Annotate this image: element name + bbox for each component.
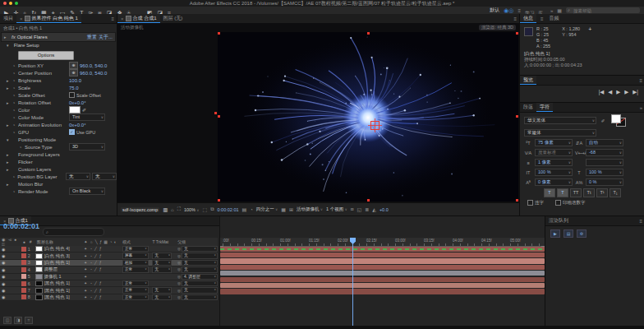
layer-row[interactable]: ◉3[白色 纯色 1]✦ ◔ ╱ ƒ相加无◎无 xyxy=(0,260,218,266)
tab-composition[interactable]: × 合成 合成1 xyxy=(117,14,160,23)
layer-color-label[interactable] xyxy=(21,260,26,265)
transport-button[interactable]: ▶ xyxy=(624,89,628,95)
trkmat-cell[interactable]: 无 xyxy=(152,253,177,259)
flare-setup-group[interactable]: ▾ Flare Setup xyxy=(0,42,117,49)
char-option-select[interactable]: 75 像素∨ xyxy=(535,139,573,146)
mode-cell[interactable]: 屏幕 xyxy=(122,253,153,259)
mode-cell[interactable]: 相加 xyxy=(122,260,153,266)
fill-stroke-swatches[interactable] xyxy=(611,114,626,127)
tab-audio[interactable]: 音频 xyxy=(546,14,563,23)
playhead-line[interactable] xyxy=(352,238,353,327)
checkbox-icon[interactable]: ✓ xyxy=(69,129,75,135)
faux-style-button[interactable]: T xyxy=(557,188,568,197)
parent-cell[interactable]: ◎无 xyxy=(177,246,218,253)
char-option-select[interactable]: ∨ xyxy=(586,159,623,166)
about-link[interactable]: 关于... xyxy=(99,34,113,41)
twirl-icon[interactable]: ▸ xyxy=(7,86,12,90)
layer-name[interactable]: [黑色 纯色 1] xyxy=(44,280,85,286)
property-value[interactable]: 3D∨ xyxy=(69,143,105,151)
transport-button[interactable]: |◀ xyxy=(599,89,605,95)
point-control-icon[interactable]: ⊕ xyxy=(69,62,78,69)
viewer-control[interactable]: ⬚ xyxy=(203,206,208,212)
visibility-eye-icon[interactable]: ◉ xyxy=(0,247,21,252)
panel-menu-icon[interactable]: ≡ xyxy=(511,16,519,21)
viewer-control[interactable]: 100% xyxy=(184,207,200,212)
char-option-select[interactable]: -68∨ xyxy=(586,149,623,156)
numeric-value[interactable]: 0x+0.0° xyxy=(69,100,86,105)
layer-color-label[interactable] xyxy=(21,247,26,252)
current-timecode[interactable]: 0:00:02:01 xyxy=(3,223,39,230)
mode-cell[interactable]: 正常 xyxy=(122,287,153,294)
parent-cell[interactable]: ◎无 xyxy=(177,266,218,273)
stopwatch-icon[interactable]: ◔ xyxy=(12,174,18,179)
parent-header[interactable]: 父级 xyxy=(177,239,218,244)
renderer-button[interactable]: 渲染器: 经典 3D xyxy=(479,25,516,30)
anchor-target-icon[interactable] xyxy=(370,121,380,130)
help-search-box[interactable]: ⌕ xyxy=(566,7,640,13)
layer-duration-bar[interactable] xyxy=(220,277,545,282)
layer-color-label[interactable] xyxy=(21,253,26,258)
property-value[interactable]: ⊕960.0, 540.0 xyxy=(69,69,107,76)
sync-settings-icon[interactable]: ◉◎ xyxy=(504,7,513,14)
tab-paragraph[interactable]: 段落 xyxy=(520,103,536,112)
parent-select[interactable]: 无 xyxy=(182,260,218,266)
faux-style-button[interactable]: T¹ xyxy=(596,188,608,197)
mode-cell[interactable]: 正常 xyxy=(122,266,153,273)
pickwhip-icon[interactable]: ◎ xyxy=(177,261,181,265)
transport-button[interactable]: ◀ xyxy=(608,89,612,95)
mode-select[interactable]: 正常 xyxy=(122,266,149,273)
twirl-icon[interactable]: ▸ xyxy=(7,160,12,164)
character-checkbox[interactable]: 连字 xyxy=(527,200,544,206)
timeline-search-box[interactable]: ⌕ xyxy=(43,228,104,236)
layer-name[interactable]: [黑色 纯色 1] xyxy=(44,288,85,294)
twirl-icon[interactable]: ▸ xyxy=(7,123,12,127)
pickwhip-icon[interactable]: ◎ xyxy=(177,275,181,279)
layer-duration-bar[interactable] xyxy=(220,253,545,257)
layer-name-header[interactable]: 图层名称 xyxy=(37,239,85,244)
property-value[interactable]: ⊕960.0, 540.0 xyxy=(69,62,107,69)
effect-property-row[interactable]: ▸◔Rotation Offset0x+0.0° xyxy=(0,99,117,106)
tab-effect-controls[interactable]: × 效果控件 白色 纯色 1 xyxy=(16,14,81,23)
layer-duration-bar[interactable] xyxy=(220,271,545,276)
selection-handle[interactable] xyxy=(367,32,370,35)
options-button[interactable]: Options xyxy=(18,51,74,60)
layer-duration-bar[interactable] xyxy=(220,289,545,294)
selection-handle[interactable] xyxy=(516,115,518,118)
effect-property-row[interactable]: ◔Color ModeTint∨ xyxy=(0,114,117,121)
layer-switches[interactable]: ✦ ◔ ╱ ƒ xyxy=(84,289,122,293)
layer-name[interactable]: 调整层 xyxy=(44,266,85,272)
parent-cell[interactable]: ◎无 xyxy=(177,253,218,259)
workspace-grid-icon[interactable]: ▦ xyxy=(557,7,562,13)
numeric-value[interactable]: 75.0 xyxy=(69,86,79,90)
twirl-icon[interactable]: ▾ xyxy=(7,137,12,142)
char-option-select[interactable]: 0 像素∨ xyxy=(535,178,573,186)
faux-style-button[interactable]: T₁ xyxy=(610,188,621,197)
layer-switches[interactable]: ✦ xyxy=(84,275,122,279)
property-value[interactable]: 无∨无∨ xyxy=(66,173,117,180)
viewer-control[interactable]: ◱ xyxy=(357,206,362,212)
faux-style-button[interactable]: TT xyxy=(570,188,582,197)
effect-property-row[interactable]: ◔Color✐ xyxy=(0,106,117,114)
stopwatch-icon[interactable]: ◔ xyxy=(12,86,18,90)
workspace-overflow-icon[interactable]: » xyxy=(550,8,553,13)
selection-handle[interactable] xyxy=(214,112,217,114)
viewer-control[interactable]: ◭ xyxy=(372,206,376,212)
layer-duration-bar[interactable] xyxy=(220,258,545,263)
layer-row[interactable]: ◉7[黑色 纯色 1]✦ ◔ ╱ ƒ正常无◎无 xyxy=(0,287,218,294)
twirl-icon[interactable]: ▸ xyxy=(7,182,12,187)
twirl-icon[interactable]: ▸ xyxy=(7,100,12,105)
property-value[interactable]: 75.0 xyxy=(69,86,79,90)
layer-duration-bar[interactable] xyxy=(220,283,545,288)
checkbox-icon[interactable] xyxy=(555,200,561,206)
visibility-eye-icon[interactable]: ◉ xyxy=(0,274,21,279)
trkmat-select[interactable]: 无 xyxy=(152,294,172,301)
trkmat-header[interactable]: T TrkMat xyxy=(153,239,178,244)
reset-link[interactable]: 重置 xyxy=(87,34,97,41)
viewer-control[interactable]: ▤ xyxy=(242,206,247,212)
tab-layer[interactable]: 图层 (无) xyxy=(160,14,186,23)
effect-property-row[interactable]: ▸◔Scale75.0 xyxy=(0,84,117,91)
layer-name[interactable]: [黑色 纯色 1] xyxy=(44,294,85,300)
visibility-eye-icon[interactable]: ◉ xyxy=(0,267,21,272)
stopwatch-icon[interactable]: ◔ xyxy=(12,93,18,98)
mode-cell[interactable]: 正常 xyxy=(122,280,153,287)
